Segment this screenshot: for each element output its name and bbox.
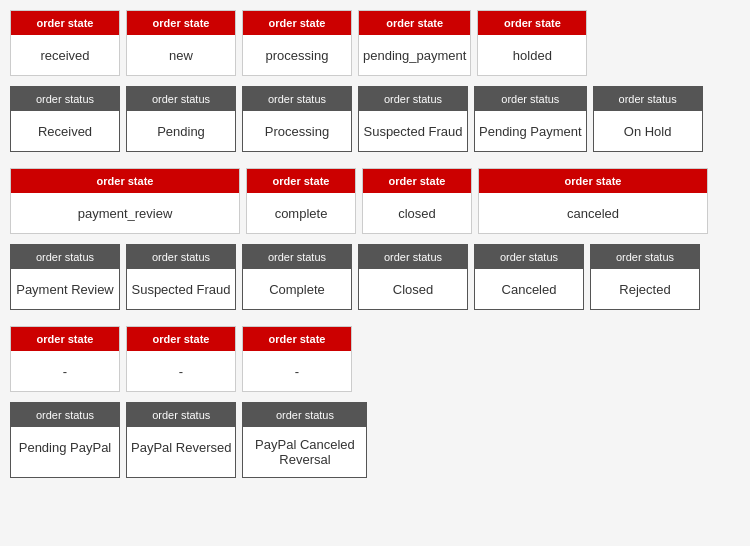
status-value: Received (11, 111, 119, 151)
status-value: PayPal Canceled Reversal (243, 427, 366, 477)
state-card-payment-review: order state payment_review (10, 168, 240, 234)
state-value: - (11, 351, 119, 391)
state-value: pending_payment (359, 35, 470, 75)
state-value: - (127, 351, 235, 391)
status-label: order status (243, 87, 351, 111)
status-card-pending-paypal: order status Pending PayPal (10, 402, 120, 478)
status-card-canceled: order status Canceled (474, 244, 584, 310)
status-label: order status (127, 87, 235, 111)
status-label: order status (475, 87, 586, 111)
state-label: order state (359, 11, 470, 35)
state-value: closed (363, 193, 471, 233)
status-value: Pending PayPal (11, 427, 119, 467)
status-value: Pending (127, 111, 235, 151)
status-value: Canceled (475, 269, 583, 309)
status-label: order status (359, 245, 467, 269)
status-label: order status (11, 245, 119, 269)
status-card-suspected-fraud2: order status Suspected Fraud (126, 244, 236, 310)
state-value: payment_review (11, 193, 239, 233)
status-label: order status (11, 87, 119, 111)
state-label: order state (479, 169, 707, 193)
status-label: order status (475, 245, 583, 269)
state-value: complete (247, 193, 355, 233)
state-label: order state (478, 11, 586, 35)
state-card-holded: order state holded (477, 10, 587, 76)
row1-statuses: order status Received order status Pendi… (10, 86, 740, 152)
status-value: Complete (243, 269, 351, 309)
status-card-on-hold: order status On Hold (593, 86, 703, 152)
status-value: Suspected Fraud (127, 269, 235, 309)
state-value: - (243, 351, 351, 391)
state-card-new: order state new (126, 10, 236, 76)
status-value: PayPal Reversed (127, 427, 235, 467)
status-card-received: order status Received (10, 86, 120, 152)
state-label: order state (243, 327, 351, 351)
status-value: Payment Review (11, 269, 119, 309)
status-value: Processing (243, 111, 351, 151)
status-label: order status (243, 403, 366, 427)
row3-statuses: order status Pending PayPal order status… (10, 402, 740, 478)
state-card-complete: order state complete (246, 168, 356, 234)
state-label: order state (243, 11, 351, 35)
status-card-paypal-canceled-reversal: order status PayPal Canceled Reversal (242, 402, 367, 478)
status-value: Suspected Fraud (359, 111, 467, 151)
state-label: order state (11, 327, 119, 351)
row2-statuses: order status Payment Review order status… (10, 244, 740, 310)
status-card-payment-review: order status Payment Review (10, 244, 120, 310)
status-label: order status (594, 87, 702, 111)
status-card-suspected-fraud: order status Suspected Fraud (358, 86, 468, 152)
state-card-pending-payment: order state pending_payment (358, 10, 471, 76)
state-card-dash1: order state - (10, 326, 120, 392)
state-card-dash3: order state - (242, 326, 352, 392)
state-label: order state (11, 169, 239, 193)
state-value: processing (243, 35, 351, 75)
status-card-closed: order status Closed (358, 244, 468, 310)
status-label: order status (359, 87, 467, 111)
status-value: Closed (359, 269, 467, 309)
state-value: canceled (479, 193, 707, 233)
status-card-pending-payment: order status Pending Payment (474, 86, 587, 152)
status-value: Rejected (591, 269, 699, 309)
status-label: order status (127, 403, 235, 427)
status-label: order status (591, 245, 699, 269)
status-card-rejected: order status Rejected (590, 244, 700, 310)
state-label: order state (247, 169, 355, 193)
state-card-dash2: order state - (126, 326, 236, 392)
status-card-paypal-reversed: order status PayPal Reversed (126, 402, 236, 478)
state-value: holded (478, 35, 586, 75)
state-card-canceled: order state canceled (478, 168, 708, 234)
row2-states: order state payment_review order state c… (10, 168, 740, 234)
status-label: order status (243, 245, 351, 269)
status-card-complete: order status Complete (242, 244, 352, 310)
state-card-closed: order state closed (362, 168, 472, 234)
state-card-received: order state received (10, 10, 120, 76)
state-label: order state (363, 169, 471, 193)
status-label: order status (11, 403, 119, 427)
row1-states: order state received order state new ord… (10, 10, 740, 76)
status-card-pending: order status Pending (126, 86, 236, 152)
status-value: Pending Payment (475, 111, 586, 151)
state-value: received (11, 35, 119, 75)
state-value: new (127, 35, 235, 75)
status-label: order status (127, 245, 235, 269)
state-label: order state (127, 11, 235, 35)
state-label: order state (11, 11, 119, 35)
status-value: On Hold (594, 111, 702, 151)
status-card-processing: order status Processing (242, 86, 352, 152)
state-label: order state (127, 327, 235, 351)
row3-states: order state - order state - order state … (10, 326, 740, 392)
state-card-processing: order state processing (242, 10, 352, 76)
